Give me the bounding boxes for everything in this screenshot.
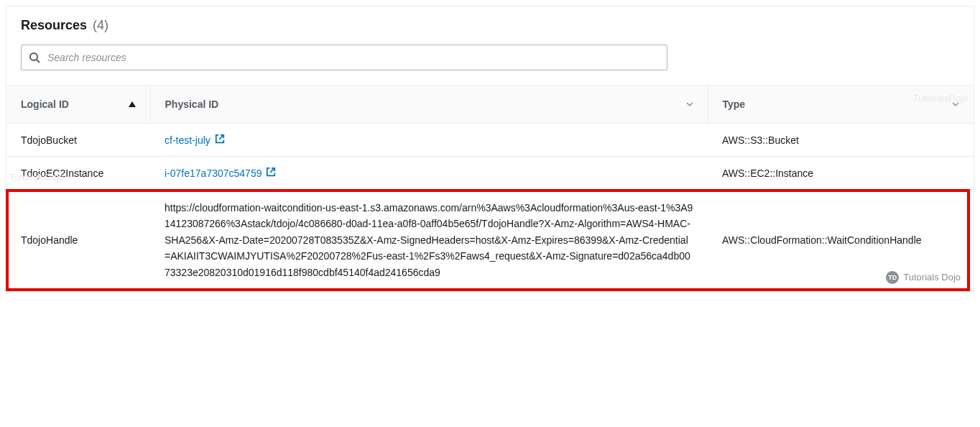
sort-hint-icon — [686, 102, 693, 107]
cell-type: AWS::EC2::Instance — [708, 157, 974, 190]
column-header-label: Type — [723, 98, 746, 110]
column-header-label: Logical ID — [21, 98, 69, 110]
link-text: i-07fe17a7307c54759 — [165, 167, 262, 179]
search-input[interactable] — [47, 45, 667, 70]
resource-count: (4) — [93, 18, 108, 32]
svg-point-0 — [30, 53, 37, 60]
search-container — [6, 39, 974, 85]
column-header-type[interactable]: Type — [708, 86, 974, 124]
cell-logical-id: TdojoEC2Instance — [6, 157, 150, 190]
table-row: TdojoHandlehttps://cloudformation-waitco… — [6, 190, 974, 291]
cell-physical-id: https://cloudformation-waitcondition-us-… — [150, 190, 708, 291]
physical-id-link[interactable]: i-07fe17a7307c54759 — [165, 167, 276, 179]
tutorials-dojo-badge: TD Tutorials Dojo — [886, 271, 961, 284]
table-row: TdojoEC2Instancei-07fe17a7307c54759AWS::… — [6, 157, 974, 190]
column-header-label: Physical ID — [165, 98, 219, 110]
resources-table: Logical ID Physical ID Type — [6, 85, 974, 291]
search-icon — [22, 52, 47, 63]
table-header-row: Logical ID Physical ID Type — [6, 86, 974, 124]
cell-logical-id: TdojoBucket — [6, 124, 150, 157]
cell-physical-id: cf-test-july — [150, 124, 708, 157]
td-logo-icon: TD — [886, 271, 899, 284]
physical-id-text: https://cloudformation-waitcondition-us-… — [165, 200, 693, 280]
cell-type: AWS::S3::Bucket — [708, 124, 974, 157]
external-link-icon — [215, 134, 225, 146]
sort-ascending-icon — [129, 101, 136, 107]
resources-panel: TutorialsDojo TutorialsDojo Resources (4… — [6, 6, 974, 292]
physical-id-link[interactable]: cf-test-july — [165, 134, 225, 146]
sort-hint-icon — [952, 102, 959, 107]
cell-physical-id: i-07fe17a7307c54759 — [150, 157, 708, 190]
external-link-icon — [266, 167, 276, 179]
table-row: TdojoBucketcf-test-julyAWS::S3::Bucket — [6, 124, 974, 157]
panel-title: Resources — [21, 18, 87, 32]
column-header-physical-id[interactable]: Physical ID — [150, 86, 708, 124]
td-label: Tutorials Dojo — [903, 272, 961, 283]
column-header-logical-id[interactable]: Logical ID — [6, 86, 150, 124]
svg-line-1 — [37, 60, 40, 63]
panel-header: Resources (4) — [6, 6, 974, 39]
cell-logical-id: TdojoHandle — [6, 190, 150, 291]
search-box[interactable] — [21, 45, 667, 70]
link-text: cf-test-july — [165, 134, 211, 146]
